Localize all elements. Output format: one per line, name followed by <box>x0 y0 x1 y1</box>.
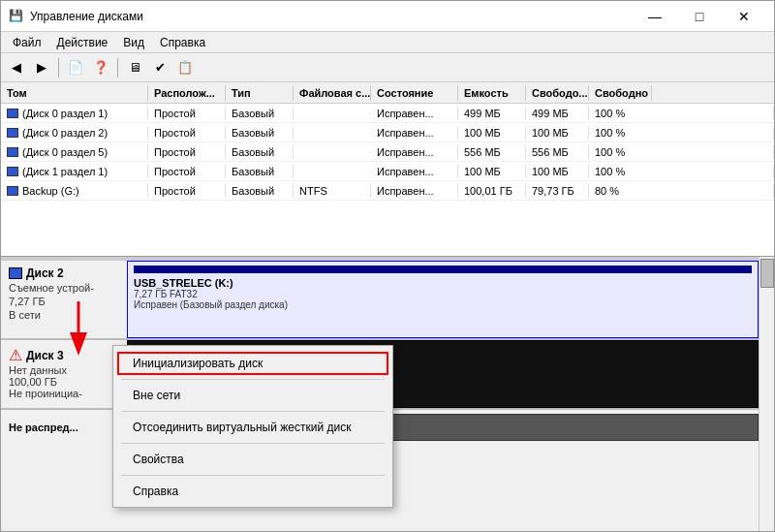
cell-tip-4: Базовый <box>226 165 294 178</box>
cell-tom-2: (Диск 0 раздел 2) <box>1 126 148 140</box>
toolbar-separator-2 <box>117 58 118 78</box>
forward-button[interactable]: ▶ <box>30 56 53 79</box>
disk2-entry: Диск 2 Съемное устрой- 7,27 ГБ В сети US… <box>1 261 759 338</box>
maximize-button[interactable]: □ <box>677 1 722 32</box>
menu-help[interactable]: Справка <box>152 34 213 51</box>
cell-free-4: 100 МБ <box>526 165 589 178</box>
doc-button[interactable]: 📄 <box>64 56 87 79</box>
disk2-usb-partition[interactable]: USB_STRELEC (K:) 7,27 ГБ FAT32 Исправен … <box>127 261 759 338</box>
ctx-detach-vhd[interactable]: Отсоединить виртуальный жесткий диск <box>113 416 392 439</box>
cell-fs-5: NTFS <box>294 184 371 198</box>
cell-freep-3: 100 % <box>589 145 774 159</box>
disk-icon <box>7 186 18 196</box>
cell-tip-2: Базовый <box>226 126 294 140</box>
col-header-fs[interactable]: Файловая с... <box>294 85 371 101</box>
col-header-rasp[interactable]: Располож... <box>148 85 226 101</box>
ctx-initialize-disk[interactable]: Инициализировать диск <box>117 352 388 375</box>
help-button[interactable]: ❓ <box>89 56 112 79</box>
col-header-tom[interactable]: Том <box>1 85 148 101</box>
cell-rasp-1: Простой <box>148 107 226 120</box>
cell-cap-3: 556 МБ <box>458 145 526 159</box>
cell-tom-1: (Диск 0 раздел 1) <box>1 107 148 120</box>
cell-freep-4: 100 % <box>589 165 774 178</box>
disk-icon <box>7 167 18 176</box>
disk2-title: Диск 2 <box>26 266 64 280</box>
cell-freep-1: 100 % <box>589 107 774 120</box>
cell-state-1: Исправен... <box>371 107 458 120</box>
col-header-free[interactable]: Свободо... <box>526 85 589 101</box>
menu-file[interactable]: Файл <box>5 34 49 51</box>
cell-tom-5: Backup (G:) <box>1 184 148 198</box>
cell-rasp-5: Простой <box>148 184 226 198</box>
cell-fs-2 <box>294 132 371 134</box>
clipboard-button[interactable]: 📋 <box>173 56 197 79</box>
cell-fs-4 <box>294 171 371 172</box>
minimize-button[interactable]: — <box>633 1 677 32</box>
disk3-area: ⚠ Диск 3 Нет данных 100,00 ГБ Не проиниц… <box>1 340 759 408</box>
window-title: Управление дисками <box>30 10 633 23</box>
cell-freep-5: 80 % <box>589 184 774 198</box>
cell-free-2: 100 МБ <box>526 126 589 140</box>
disk-map-inner: Диск 2 Съемное устрой- 7,27 ГБ В сети US… <box>1 257 759 531</box>
table-row[interactable]: (Диск 0 раздел 5) Простой Базовый Исправ… <box>1 142 774 162</box>
menu-view[interactable]: Вид <box>115 34 152 51</box>
disk3-sub1: Нет данных <box>9 364 119 376</box>
cell-freep-2: 100 % <box>589 126 774 140</box>
cell-state-5: Исправен... <box>371 184 458 198</box>
cell-state-2: Исправен... <box>371 126 458 140</box>
col-header-state[interactable]: Состояние <box>371 85 458 101</box>
disk3-label: ⚠ Диск 3 Нет данных 100,00 ГБ Не проиниц… <box>1 340 127 408</box>
disk2-icon <box>9 267 22 279</box>
ctx-offline[interactable]: Вне сети <box>113 384 392 407</box>
cell-rasp-4: Простой <box>148 165 226 178</box>
cell-fs-1 <box>294 112 371 114</box>
col-header-cap[interactable]: Емкость <box>458 85 526 101</box>
ctx-help[interactable]: Справка <box>113 480 392 503</box>
disk2-label: Диск 2 Съемное устрой- 7,27 ГБ В сети <box>1 261 127 338</box>
partition-name: USB_STRELEC (K:) <box>134 277 752 289</box>
cell-state-3: Исправен... <box>371 145 458 159</box>
table-row[interactable]: (Диск 1 раздел 1) Простой Базовый Исправ… <box>1 162 774 181</box>
table-row[interactable]: (Диск 0 раздел 2) Простой Базовый Исправ… <box>1 123 774 142</box>
cell-cap-5: 100,01 ГБ <box>458 184 526 198</box>
ctx-properties[interactable]: Свойства <box>113 448 392 471</box>
ctx-sep-1 <box>121 379 385 380</box>
cell-free-5: 79,73 ГБ <box>526 184 589 198</box>
table-row[interactable]: Backup (G:) Простой Базовый NTFS Исправе… <box>1 181 774 201</box>
disk-map-scrollbar[interactable] <box>759 257 774 531</box>
menubar: Файл Действие Вид Справка <box>1 32 774 53</box>
cell-state-4: Исправен... <box>371 165 458 178</box>
cell-cap-1: 499 МБ <box>458 107 526 120</box>
context-menu: Инициализировать диск Вне сети Отсоедини… <box>112 345 393 508</box>
toolbar: ◀ ▶ 📄 ❓ 🖥 ✔ 📋 <box>1 53 774 82</box>
col-header-tip[interactable]: Тип <box>226 85 294 101</box>
monitor-button[interactable]: 🖥 <box>123 56 146 79</box>
partition-stripe <box>134 266 752 273</box>
scroll-thumb[interactable] <box>760 259 774 288</box>
partition-state: Исправен (Базовый раздел диска) <box>134 299 752 310</box>
col-header-freep[interactable]: Свободно % <box>589 85 652 101</box>
disk2-sub3: 7,27 ГБ <box>9 296 119 307</box>
ctx-sep-2 <box>121 411 385 412</box>
disk3-error-icon: ⚠ <box>9 346 22 364</box>
cell-tip-3: Базовый <box>226 145 294 159</box>
titlebar: 💾 Управление дисками — □ ✕ <box>1 1 774 32</box>
disk-table: Том Располож... Тип Файловая с... Состоя… <box>1 82 774 257</box>
main-window: 💾 Управление дисками — □ ✕ Файл Действие… <box>0 0 775 532</box>
check-button[interactable]: ✔ <box>148 56 171 79</box>
disk-icon <box>7 147 18 157</box>
disk3-sub3: Не проинициа- <box>9 388 119 399</box>
close-button[interactable]: ✕ <box>722 1 766 32</box>
table-row[interactable]: (Диск 0 раздел 1) Простой Базовый Исправ… <box>1 104 774 123</box>
cell-fs-3 <box>294 151 371 153</box>
main-content: Том Располож... Тип Файловая с... Состоя… <box>1 82 774 531</box>
disk-map-area: Диск 2 Съемное устрой- 7,27 ГБ В сети US… <box>1 257 774 531</box>
cell-tom-3: (Диск 0 раздел 5) <box>1 145 148 159</box>
cell-tip-1: Базовый <box>226 107 294 120</box>
table-header: Том Располож... Тип Файловая с... Состоя… <box>1 82 774 104</box>
menu-action[interactable]: Действие <box>49 34 116 51</box>
cell-free-1: 499 МБ <box>526 107 589 120</box>
disk2-sub4: В сети <box>9 309 119 321</box>
disk3-title: Диск 3 <box>26 349 64 362</box>
back-button[interactable]: ◀ <box>5 56 28 79</box>
